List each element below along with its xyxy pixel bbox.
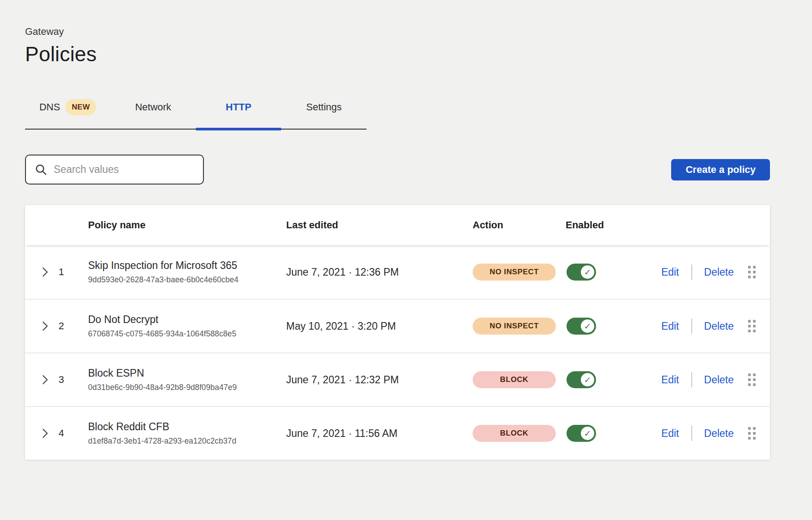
row-actions: Edit Delete [651,264,770,280]
action-cell: NO INSPECT [473,264,566,281]
enabled-cell: ✓ [566,371,651,388]
table-row: 3 Block ESPN 0d31be6c-9b90-48a4-92b8-9d8… [25,352,770,406]
tab-network[interactable]: Network [110,95,196,129]
last-edited: May 10, 2021 · 3:20 PM [286,320,473,332]
gateway-policies-page: Gateway Policies DNS NEW Network HTTP Se… [0,0,812,520]
row-number: 3 [59,374,88,386]
breadcrumb: Gateway [25,26,770,38]
edit-link[interactable]: Edit [661,374,679,386]
row-actions: Edit Delete [651,426,770,441]
column-header-last-edited: Last edited [286,219,473,231]
policy-name-cell: Block Reddit CFB d1ef8a7d-3eb1-4728-a293… [88,421,286,446]
enabled-toggle[interactable]: ✓ [567,318,596,335]
check-icon: ✓ [581,373,594,386]
edit-link[interactable]: Edit [661,428,679,440]
action-cell: BLOCK [473,371,566,388]
delete-link[interactable]: Delete [704,374,734,386]
tab-label: Settings [306,101,342,113]
edit-link[interactable]: Edit [661,266,679,278]
search-box[interactable] [25,155,204,185]
policy-name: Block ESPN [88,367,286,379]
check-icon: ✓ [581,319,594,333]
policy-name-cell: Block ESPN 0d31be6c-9b90-48a4-92b8-9d8f0… [88,367,286,392]
last-edited: June 7, 2021 · 11:56 AM [286,428,473,440]
tab-http[interactable]: HTTP [196,95,281,129]
action-divider [691,264,692,280]
toolbar: Create a policy [25,155,770,185]
expand-row-button[interactable] [25,321,59,331]
table-row: 1 Skip Inspection for Microsoft 365 9dd5… [25,245,770,299]
drag-handle-icon[interactable] [748,320,756,332]
table-body: 1 Skip Inspection for Microsoft 365 9dd5… [25,245,770,460]
enabled-toggle[interactable]: ✓ [567,264,596,281]
table-row: 2 Do Not Decrypt 67068745-c075-4685-934a… [25,299,770,352]
drag-handle-icon[interactable] [748,373,756,386]
action-badge: NO INSPECT [473,264,556,281]
expand-row-button[interactable] [25,428,59,439]
chevron-right-icon [42,267,48,277]
expand-row-button[interactable] [25,374,59,385]
table-row: 4 Block Reddit CFB d1ef8a7d-3eb1-4728-a2… [25,406,770,460]
drag-handle-icon[interactable] [748,427,756,440]
delete-link[interactable]: Delete [704,428,734,440]
action-divider [691,319,692,334]
tab-new-badge: NEW [65,99,96,115]
tab-label: HTTP [226,101,251,113]
enabled-toggle[interactable]: ✓ [567,425,596,442]
tab-settings[interactable]: Settings [281,95,367,129]
column-header-policy-name: Policy name [88,219,286,231]
action-badge: BLOCK [473,371,556,388]
last-edited: June 7, 2021 · 12:36 PM [286,266,473,278]
last-edited: June 7, 2021 · 12:32 PM [286,374,473,386]
create-policy-button[interactable]: Create a policy [671,159,770,180]
tab-bar: DNS NEW Network HTTP Settings [25,95,367,130]
chevron-right-icon [42,321,48,331]
policy-name-cell: Do Not Decrypt 67068745-c075-4685-934a-1… [88,314,286,339]
row-number: 2 [59,320,88,332]
policy-name-cell: Skip Inspection for Microsoft 365 9dd593… [88,260,286,285]
check-icon: ✓ [581,265,594,279]
policy-uuid: 9dd593e0-2628-47a3-baee-6b0c4e60cbe4 [88,275,286,285]
search-icon [35,164,47,176]
chevron-right-icon [42,428,48,439]
delete-link[interactable]: Delete [704,266,734,278]
policy-uuid: d1ef8a7d-3eb1-4728-a293-ea120c2cb37d [88,436,286,446]
enabled-cell: ✓ [566,318,651,335]
action-badge: NO INSPECT [473,318,556,335]
action-badge: BLOCK [473,425,556,442]
chevron-right-icon [42,374,48,385]
edit-link[interactable]: Edit [661,320,679,332]
tab-label: DNS [39,101,60,113]
enabled-cell: ✓ [566,264,651,281]
column-header-enabled: Enabled [566,219,651,231]
check-icon: ✓ [581,427,594,440]
action-cell: BLOCK [473,425,566,442]
action-divider [691,372,692,387]
page-title: Policies [25,42,770,66]
policy-uuid: 0d31be6c-9b90-48a4-92b8-9d8f09ba47e9 [88,383,286,392]
policy-name: Do Not Decrypt [88,314,286,326]
delete-link[interactable]: Delete [704,320,734,332]
tab-dns[interactable]: DNS NEW [25,95,110,129]
enabled-toggle[interactable]: ✓ [567,371,596,388]
drag-handle-icon[interactable] [748,266,756,278]
policies-table: Policy name Last edited Action Enabled 1… [25,205,770,460]
expand-row-button[interactable] [25,267,59,277]
action-cell: NO INSPECT [473,318,566,335]
search-input[interactable] [54,164,194,176]
action-divider [691,426,692,441]
row-actions: Edit Delete [651,319,770,334]
tab-label: Network [135,101,171,113]
row-actions: Edit Delete [651,372,770,387]
policy-name: Block Reddit CFB [88,421,286,433]
table-header: Policy name Last edited Action Enabled [25,205,770,245]
column-header-action: Action [473,219,566,231]
row-number: 4 [59,428,88,439]
row-number: 1 [59,266,88,278]
enabled-cell: ✓ [566,425,651,442]
policy-uuid: 67068745-c075-4685-934a-1064f588c8e5 [88,329,286,339]
policy-name: Skip Inspection for Microsoft 365 [88,260,286,272]
